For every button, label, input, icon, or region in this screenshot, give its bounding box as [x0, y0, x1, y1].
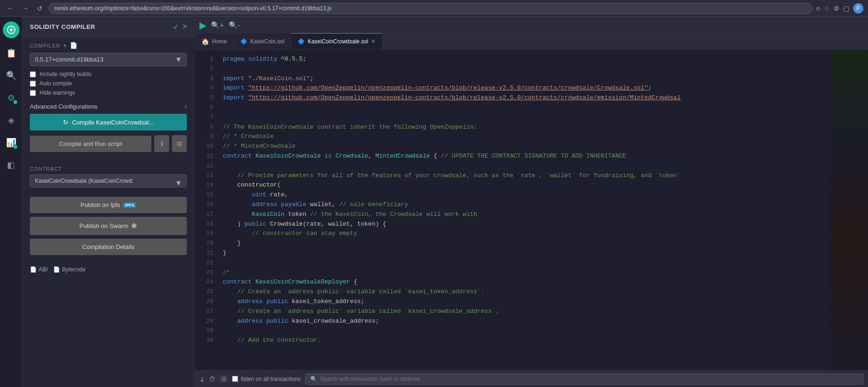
minimap: [831, 50, 868, 370]
publish-ipfs-label: Publish on Ipfs: [81, 201, 120, 208]
listen-row: listen on all transactions: [232, 376, 301, 382]
tabs-bar: 🏠 Home 🔷 KaseiCoin.sol 🔷 KaseiCoinCrowds…: [195, 34, 868, 50]
ipfs-badge: IPFS: [123, 202, 136, 208]
auto-compile-checkbox[interactable]: [30, 81, 36, 87]
terminal-icon[interactable]: ⤓: [199, 375, 205, 383]
compilation-details-button[interactable]: Compilation Details: [30, 239, 187, 255]
url-text: remix.ethereum.org/#optimize=false&runs=…: [55, 5, 806, 12]
sidebar-title: SOLIDITY COMPILER: [30, 23, 95, 30]
abi-icon: 📄: [30, 266, 37, 273]
bytecode-icon: 📄: [53, 266, 60, 273]
main-layout: 📋 🔍 ⚙ ◈ 📊 ◧ SOLIDITY COMPILER ✓ > COMPIL…: [0, 17, 868, 387]
bytecode-label: Bytecode: [62, 266, 85, 273]
expand-icon[interactable]: >: [183, 22, 187, 31]
clock-icon[interactable]: ⏱: [209, 375, 215, 383]
bytecode-link[interactable]: 📄 Bytecode: [53, 266, 85, 273]
advanced-config-toggle[interactable]: Advanced Configurations ›: [30, 99, 187, 114]
editor-area: ▶ 🔍+ 🔍- 🏠 Home 🔷 KaseiCoin.sol 🔷 KaseiCo…: [195, 17, 868, 387]
tab-close-icon[interactable]: ✕: [371, 38, 376, 45]
run-button[interactable]: ▶: [199, 20, 206, 31]
include-nightly-checkbox[interactable]: [30, 71, 36, 77]
file-compiler-button[interactable]: 📄: [70, 42, 78, 49]
add-compiler-button[interactable]: +: [63, 42, 67, 49]
tab-kaseicoin[interactable]: 🔷 KaseiCoin.sol: [234, 33, 291, 49]
compiler-label: COMPILER + 📄: [30, 42, 187, 49]
compiler-section: COMPILER + 📄 0.5.17+commit.d19bba13 ▼ In…: [22, 37, 194, 161]
activity-compiler[interactable]: ⚙: [4, 90, 19, 105]
activity-plugins[interactable]: ◧: [4, 158, 19, 173]
activity-deploy[interactable]: ◈: [4, 113, 19, 128]
abi-link[interactable]: 📄 ABI: [30, 266, 48, 273]
activity-search[interactable]: 🔍: [4, 68, 19, 83]
bottom-bar: ⤓ ⏱ 0 listen on all transactions 🔍: [195, 370, 868, 387]
publish-ipfs-button[interactable]: Publish on Ipfs IPFS: [30, 197, 187, 213]
star-button[interactable]: ☆: [824, 5, 830, 12]
tab-kaseicoincrowdsale-label: KaseiCoinCrowdsale.sol: [308, 38, 368, 45]
copy-button[interactable]: ⧉: [172, 135, 187, 152]
sidebar: SOLIDITY COMPILER ✓ > COMPILER + 📄 0.5.1…: [22, 17, 195, 387]
include-nightly-row: Include nightly builds: [30, 71, 187, 77]
zoom-out-button[interactable]: 🔍-: [229, 21, 240, 29]
contract-select[interactable]: KaseiCoinCrowdsale (KaseiCoinCrowd:: [30, 174, 187, 187]
profile-button[interactable]: P: [853, 3, 863, 14]
sidebar-header-icons: ✓ >: [173, 22, 187, 31]
compiler-version-wrapper: 0.5.17+commit.d19bba13 ▼: [30, 53, 187, 66]
share-button[interactable]: ⎋: [816, 5, 820, 12]
publish-swarm-label: Publish on Swarm: [80, 222, 129, 229]
abi-label: ABI: [39, 266, 48, 273]
contract-select-wrapper: KaseiCoinCrowdsale (KaseiCoinCrowd: ▼: [30, 174, 187, 192]
contract-label: CONTRACT: [30, 166, 187, 172]
tab-kaseicoincrowdsale[interactable]: 🔷 KaseiCoinCrowdsale.sol ✕: [291, 33, 383, 49]
compiler-version-select[interactable]: 0.5.17+commit.d19bba13: [30, 53, 187, 66]
browser-icons: ⎋ ☆ ⚙ ▢ P: [816, 3, 863, 14]
home-icon: 🏠: [201, 38, 209, 45]
tx-count-badge: 0: [220, 376, 227, 382]
search-input[interactable]: [320, 376, 858, 382]
include-nightly-label[interactable]: Include nightly builds: [40, 71, 91, 77]
auto-compile-label[interactable]: Auto compile: [40, 80, 72, 87]
browser-chrome: ← → ↺ remix.ethereum.org/#optimize=false…: [0, 0, 868, 17]
auto-compile-row: Auto compile: [30, 80, 187, 87]
search-bar[interactable]: 🔍: [305, 373, 863, 385]
tab-home-label: Home: [212, 38, 227, 45]
zoom-in-button[interactable]: 🔍+: [211, 21, 224, 29]
svg-point-1: [10, 28, 13, 31]
abi-bytecode-row: 📄 ABI 📄 Bytecode: [22, 263, 194, 277]
hide-warnings-checkbox[interactable]: [30, 90, 36, 96]
reload-button[interactable]: ↺: [34, 4, 45, 13]
check-icon[interactable]: ✓: [173, 22, 179, 31]
compile-button[interactable]: ↻ Compile KaseiCoinCrowdsal...: [30, 114, 187, 131]
search-icon: 🔍: [310, 376, 317, 382]
window-button[interactable]: ▢: [843, 5, 849, 12]
compile-run-button[interactable]: Compile and Run script: [30, 136, 151, 152]
compile-icon: ↻: [63, 118, 68, 126]
tab-kaseicoincrowdsale-icon: 🔷: [298, 38, 305, 45]
chevron-right-icon: ›: [185, 103, 187, 110]
activity-bar: 📋 🔍 ⚙ ◈ 📊 ◧: [0, 17, 22, 387]
forward-button[interactable]: →: [20, 4, 31, 13]
code-editor[interactable]: pragma solidity ^0.5.5; import "./KaseiC…: [218, 50, 831, 370]
listen-label: listen on all transactions: [241, 376, 301, 382]
tab-home[interactable]: 🏠 Home: [195, 33, 234, 49]
editor-toolbar: ▶ 🔍+ 🔍-: [195, 17, 868, 34]
code-container: 1234567891011121314151617181920212223242…: [195, 50, 868, 370]
tab-kaseicoin-label: KaseiCoin.sol: [250, 38, 284, 45]
contract-section: CONTRACT KaseiCoinCrowdsale (KaseiCoinCr…: [22, 161, 194, 263]
compile-run-row: Compile and Run script ℹ ⧉: [30, 135, 187, 152]
tab-kaseicoin-icon: 🔷: [240, 38, 247, 45]
hide-warnings-label[interactable]: Hide warnings: [40, 90, 75, 96]
minimap-content: [831, 50, 868, 370]
back-button[interactable]: ←: [5, 4, 16, 13]
activity-analytics[interactable]: 📊: [4, 135, 19, 150]
activity-logo[interactable]: [3, 21, 20, 38]
address-bar[interactable]: remix.ethereum.org/#optimize=false&runs=…: [48, 3, 813, 14]
advanced-config-label: Advanced Configurations: [30, 103, 97, 110]
swarm-icon: ❄: [131, 221, 137, 230]
publish-swarm-button[interactable]: Publish on Swarm ❄: [30, 217, 187, 235]
activity-files[interactable]: 📋: [4, 46, 19, 61]
sidebar-header: SOLIDITY COMPILER ✓ >: [22, 17, 194, 37]
hide-warnings-row: Hide warnings: [30, 90, 187, 96]
listen-checkbox[interactable]: [232, 376, 238, 382]
extensions-button[interactable]: ⚙: [834, 5, 840, 12]
info-button[interactable]: ℹ: [154, 135, 169, 152]
